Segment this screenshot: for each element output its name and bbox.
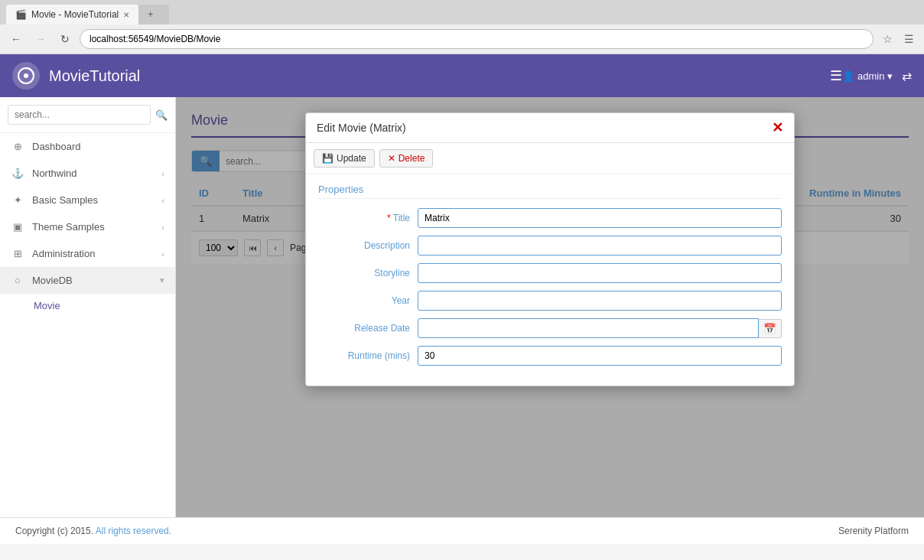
modal-section-title: Properties (318, 184, 782, 199)
rights-link[interactable]: All rights reserved. (96, 526, 171, 536)
theme-samples-icon: ▣ (11, 221, 24, 233)
calendar-button[interactable]: 📅 (759, 319, 782, 338)
sidebar-search-icon[interactable]: 🔍 (155, 109, 168, 121)
sidebar-label-northwind: Northwind (32, 168, 77, 179)
modal-title: Edit Movie (Matrix) (317, 122, 406, 134)
hamburger-button[interactable]: ☰ (830, 67, 842, 84)
storyline-input[interactable] (418, 263, 782, 283)
sidebar-item-basic-samples[interactable]: ✦ Basic Samples ‹ (0, 187, 175, 213)
tab-close-button[interactable]: ✕ (123, 11, 129, 19)
modal-header: Edit Movie (Matrix) ✕ (306, 113, 794, 143)
footer: Copyright (c) 2015. All rights reserved.… (0, 517, 924, 544)
sidebar-label-administration: Administration (32, 248, 95, 259)
platform-text: Serenity Platform (838, 526, 909, 536)
year-label: Year (318, 295, 418, 306)
administration-arrow-icon: ‹ (161, 249, 164, 259)
menu-icon[interactable]: ☰ (900, 30, 918, 48)
northwind-arrow-icon: ‹ (161, 169, 164, 178)
active-tab[interactable]: 🎬 Movie - MovieTutorial ✕ (6, 5, 138, 24)
app: MovieTutorial ☰ 👤 admin ▾ ⇄ 🔍 ⊕ Dashboar… (0, 54, 924, 544)
modal-overlay: Edit Movie (Matrix) ✕ 💾 Update ✕ Delete (176, 97, 924, 517)
field-release-date-row: Release Date 📅 (318, 318, 782, 338)
user-menu[interactable]: 👤 admin ▾ (842, 70, 893, 82)
browser-nav: ← → ↻ ☆ ☰ (0, 24, 924, 54)
reload-button[interactable]: ↻ (55, 29, 75, 49)
app-title: MovieTutorial (49, 67, 821, 85)
year-input[interactable] (418, 291, 782, 311)
field-runtime-row: Runtime (mins) (318, 346, 782, 366)
copyright-text: Copyright (c) 2015. All rights reserved. (15, 526, 171, 536)
main-body: 🔍 ⊕ Dashboard ⚓ Northwind ‹ ✦ Basic Samp… (0, 97, 924, 517)
svg-point-1 (24, 73, 28, 78)
northwind-icon: ⚓ (11, 168, 24, 179)
tab-title: Movie - MovieTutorial (31, 9, 119, 20)
back-button[interactable]: ← (6, 29, 26, 49)
field-title-row: Title (318, 208, 782, 228)
edit-movie-modal: Edit Movie (Matrix) ✕ 💾 Update ✕ Delete (305, 112, 795, 386)
sidebar-label-theme-samples: Theme Samples (32, 221, 105, 233)
sidebar-item-theme-samples[interactable]: ▣ Theme Samples ‹ (0, 213, 175, 240)
sidebar-item-northwind[interactable]: ⚓ Northwind ‹ (0, 160, 175, 187)
browser-chrome: 🎬 Movie - MovieTutorial ✕ + ← → ↻ ☆ ☰ (0, 0, 924, 54)
modal-close-button[interactable]: ✕ (772, 121, 783, 135)
moviedb-icon: ○ (11, 275, 24, 286)
logo-icon (17, 67, 35, 85)
field-storyline-row: Storyline (318, 263, 782, 283)
field-year-row: Year (318, 291, 782, 311)
release-date-input[interactable] (418, 318, 759, 338)
field-description-row: Description (318, 236, 782, 256)
address-bar[interactable] (80, 29, 874, 49)
tab-icon: 🎬 (15, 9, 27, 20)
release-date-label: Release Date (318, 323, 418, 334)
sidebar-label-dashboard: Dashboard (32, 141, 81, 152)
app-logo (12, 62, 40, 90)
new-tab-button[interactable]: + (138, 5, 169, 24)
update-label: Update (337, 153, 366, 164)
sidebar-label-basic-samples: Basic Samples (32, 194, 98, 206)
delete-button[interactable]: ✕ Delete (379, 149, 434, 168)
basic-samples-icon: ✦ (11, 194, 24, 206)
content-area: Movie 🔍 ⊕ New Movie ⧉ ⊞ (176, 97, 924, 517)
forward-button[interactable]: → (31, 29, 50, 49)
dashboard-icon: ⊕ (11, 141, 24, 152)
sidebar-search-container: 🔍 (0, 97, 175, 133)
administration-icon: ⊞ (11, 248, 24, 259)
description-input[interactable] (418, 236, 782, 256)
modal-toolbar: 💾 Update ✕ Delete (306, 143, 794, 174)
bookmark-icon[interactable]: ☆ (878, 30, 896, 48)
sidebar-label-moviedb: MovieDB (32, 275, 73, 286)
sidebar-search-input[interactable] (8, 105, 151, 125)
runtime-label: Runtime (mins) (318, 350, 418, 361)
moviedb-arrow-icon: ▾ (160, 275, 164, 285)
update-button[interactable]: 💾 Update (314, 149, 375, 168)
sidebar-item-moviedb[interactable]: ○ MovieDB ▾ (0, 267, 175, 294)
sidebar: 🔍 ⊕ Dashboard ⚓ Northwind ‹ ✦ Basic Samp… (0, 97, 176, 517)
topbar: MovieTutorial ☰ 👤 admin ▾ ⇄ (0, 54, 924, 97)
browser-tabs: 🎬 Movie - MovieTutorial ✕ + (0, 0, 924, 24)
save-icon: 💾 (322, 153, 333, 164)
title-label: Title (318, 213, 418, 223)
description-label: Description (318, 240, 418, 251)
title-input[interactable] (418, 208, 782, 228)
modal-body: Properties Title Description Storyline (306, 174, 794, 386)
sidebar-item-dashboard[interactable]: ⊕ Dashboard (0, 133, 175, 160)
delete-label: Delete (399, 153, 425, 164)
sidebar-item-administration[interactable]: ⊞ Administration ‹ (0, 240, 175, 267)
delete-icon: ✕ (388, 153, 395, 164)
basic-samples-arrow-icon: ‹ (161, 196, 164, 205)
sidebar-sub-item-movie[interactable]: Movie (0, 294, 175, 317)
release-date-container: 📅 (418, 318, 782, 338)
share-icon[interactable]: ⇄ (902, 69, 912, 83)
runtime-input[interactable] (418, 346, 782, 366)
sidebar-sub-label-movie: Movie (34, 300, 60, 311)
storyline-label: Storyline (318, 268, 418, 278)
theme-samples-arrow-icon: ‹ (161, 223, 164, 232)
